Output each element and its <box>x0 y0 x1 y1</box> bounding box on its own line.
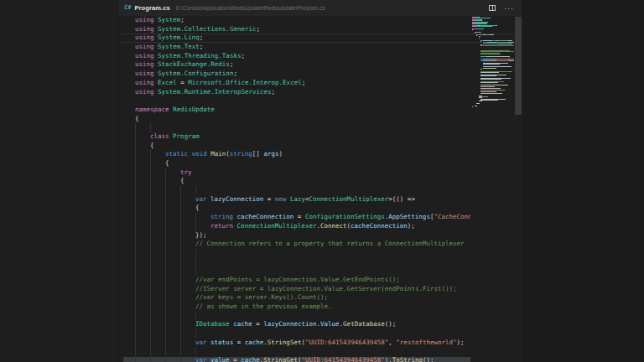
code-token: var <box>195 195 210 203</box>
code-editor[interactable]: using System;using System.Collections.Ge… <box>118 16 522 362</box>
code-line[interactable]: { <box>135 142 470 151</box>
indent-guide <box>150 293 151 303</box>
code-line[interactable]: namespace RedisUpdate <box>135 106 470 115</box>
code-line[interactable]: var status = cache.StringSet("UUID:64154… <box>135 339 470 348</box>
code-token: System.Threading.Tasks <box>158 52 241 59</box>
indent-guide <box>150 123 151 132</box>
code-line[interactable]: //IServer server = lazyConnection.Value.… <box>135 285 470 294</box>
code-line[interactable] <box>135 312 470 321</box>
indent-guide <box>135 285 136 294</box>
code-token: using <box>135 70 158 77</box>
code-token: class <box>150 132 173 140</box>
indent-guide <box>165 312 166 321</box>
code-line[interactable] <box>135 96 470 106</box>
code-line[interactable]: { <box>135 159 470 168</box>
indent-guide <box>150 168 151 178</box>
indent-guide <box>180 347 181 356</box>
indent-guide <box>195 347 196 356</box>
code-token: Value <box>320 320 340 328</box>
code-line[interactable] <box>135 258 470 267</box>
code-line[interactable]: class Program <box>135 132 470 142</box>
code-token: ; <box>272 88 276 96</box>
code-line[interactable]: string cacheConnection = ConfigurationSe… <box>135 213 470 222</box>
code-line[interactable] <box>135 347 470 356</box>
code-token: System.Linq <box>158 34 200 41</box>
indent-guide <box>150 240 151 249</box>
code-token: // as shown in the previous example. <box>195 303 332 310</box>
code-line[interactable]: // as shown in the previous example. <box>135 303 470 312</box>
indent-guide <box>135 150 136 159</box>
code-token: //IServer server = lazyConnection.Value.… <box>195 285 457 292</box>
indent-guide <box>165 293 166 303</box>
code-token: //var keys = server.Keys().Count(); <box>195 293 328 301</box>
code-line[interactable]: // Connection refers to a property that … <box>135 240 470 249</box>
code-token: System.Text <box>158 43 200 50</box>
code-line[interactable]: using System.Configuration; <box>135 70 470 79</box>
indent-guide <box>150 285 151 294</box>
code-line[interactable]: try <box>135 168 470 178</box>
minimap[interactable] <box>470 16 514 362</box>
code-token: ; <box>257 25 261 33</box>
code-line[interactable]: //var keys = server.Keys().Count(); <box>135 293 470 303</box>
code-token: ); <box>457 339 465 346</box>
code-token: = <box>263 195 275 203</box>
code-token: ). <box>385 356 392 362</box>
code-line[interactable]: using StackExchange.Redis; <box>135 60 470 70</box>
indent-guide <box>180 312 181 321</box>
indent-guide <box>150 150 151 159</box>
code-area[interactable]: using System;using System.Collections.Ge… <box>135 16 470 362</box>
code-line[interactable]: IDatabase cache = lazyConnection.Value.G… <box>135 320 470 329</box>
code-line[interactable]: using System.Runtime.InteropServices; <box>135 88 470 97</box>
split-editor-icon[interactable] <box>489 5 496 11</box>
code-line[interactable]: using System.Threading.Tasks; <box>135 52 470 61</box>
indent-guide <box>165 213 166 222</box>
indent-guide <box>180 231 181 240</box>
code-line[interactable]: static void Main(string[] args) <box>135 150 470 159</box>
code-token: Main <box>210 150 226 158</box>
code-token: ; <box>200 34 204 41</box>
indent-guide <box>135 276 136 285</box>
indent-guide <box>150 159 151 168</box>
code-line[interactable] <box>135 123 470 132</box>
code-line[interactable]: //var endPoints = lazyConnection.Value.G… <box>135 276 470 285</box>
indent-guide <box>150 329 151 339</box>
code-token: lazyConnection <box>210 195 263 203</box>
code-line[interactable]: var lazyConnection = new Lazy<Connection… <box>135 195 470 204</box>
code-line[interactable] <box>135 266 470 276</box>
code-line[interactable]: using System.Text; <box>135 43 470 52</box>
code-line[interactable]: using System.Collections.Generic; <box>135 25 470 34</box>
code-token: ; <box>302 79 306 86</box>
code-line[interactable]: { <box>135 115 470 124</box>
title-bar-actions: ··· <box>489 4 514 13</box>
indent-guide <box>150 258 151 267</box>
indent-guide <box>150 339 151 348</box>
code-token: "UUID:641543946439458" <box>305 339 388 346</box>
scrollbar-slider[interactable] <box>515 17 522 115</box>
code-line[interactable]: using System; <box>135 16 470 25</box>
code-line[interactable]: { <box>135 177 470 186</box>
indent-guide <box>195 222 196 231</box>
code-token: = <box>293 213 305 220</box>
code-line[interactable]: using Excel = Microsoft.Office.Interop.E… <box>135 79 470 88</box>
code-line[interactable] <box>135 329 470 339</box>
code-line[interactable]: return ConnectionMultiplexer.Connect(cac… <box>135 222 470 231</box>
code-line[interactable]: { <box>135 204 470 213</box>
code-line[interactable]: using System.Linq; <box>135 34 470 43</box>
editor-scrollbar[interactable] <box>514 16 522 362</box>
code-token: cache <box>233 320 252 328</box>
code-token: using <box>135 34 158 41</box>
code-line[interactable]: var value = cache.StringGet("UUID:641543… <box>135 356 470 362</box>
code-line[interactable]: }); <box>135 231 470 240</box>
code-token: new <box>275 195 290 203</box>
editor-window: C# Program.cs D:\ConsoleApplication\Redi… <box>117 0 522 362</box>
code-token: status <box>210 339 233 346</box>
code-token: AppSettings <box>388 213 430 220</box>
indent-guide <box>165 168 166 178</box>
code-token: System.Runtime.InteropServices <box>158 88 271 96</box>
code-line[interactable] <box>135 249 470 258</box>
indent-guide <box>150 347 151 356</box>
indent-guide <box>135 240 136 249</box>
code-line[interactable] <box>135 186 470 195</box>
file-name-label[interactable]: Program.cs <box>134 4 169 12</box>
more-actions-icon[interactable]: ··· <box>504 4 514 13</box>
